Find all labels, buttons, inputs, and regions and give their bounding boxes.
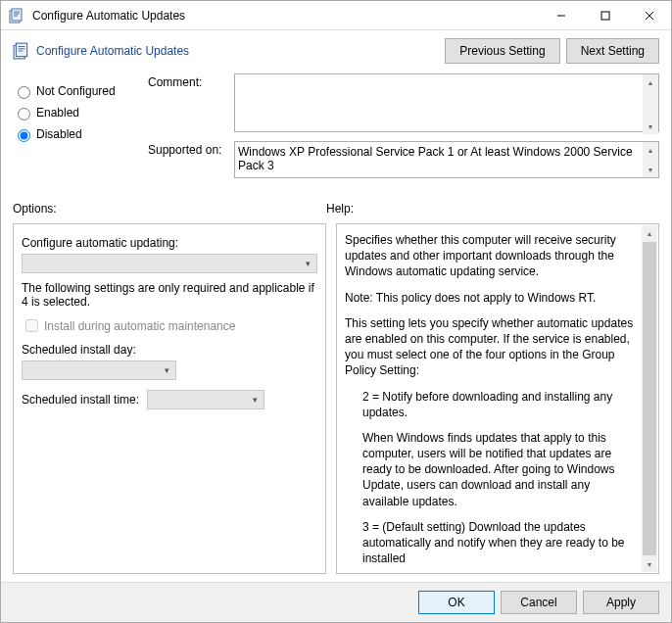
install-maintenance-checkbox[interactable]: Install during automatic maintenance bbox=[22, 316, 317, 335]
scheduled-day-label: Scheduled install day: bbox=[22, 343, 317, 357]
scheduled-time-select[interactable]: ▾ bbox=[147, 390, 264, 409]
radio-enabled[interactable]: Enabled bbox=[13, 105, 140, 120]
section-labels: Options: Help: bbox=[1, 196, 671, 219]
options-panel: Configure automatic updating: ▾ The foll… bbox=[13, 223, 326, 574]
checkbox-label: Install during automatic maintenance bbox=[44, 319, 235, 333]
radio-not-configured-input[interactable] bbox=[18, 86, 30, 99]
radio-disabled[interactable]: Disabled bbox=[13, 126, 140, 142]
close-button[interactable] bbox=[627, 1, 671, 30]
chevron-down-icon: ▾ bbox=[299, 259, 316, 268]
options-label: Options: bbox=[13, 202, 326, 216]
chevron-down-icon: ▾ bbox=[158, 365, 175, 375]
dialog-footer: OK Cancel Apply bbox=[1, 582, 671, 622]
configure-updating-select[interactable]: ▾ bbox=[22, 254, 317, 273]
apply-button[interactable]: Apply bbox=[583, 591, 659, 614]
titlebar: Configure Automatic Updates bbox=[1, 1, 671, 30]
help-text: Note: This policy does not apply to Wind… bbox=[345, 290, 637, 306]
previous-setting-button[interactable]: Previous Setting bbox=[445, 38, 559, 64]
help-label: Help: bbox=[326, 202, 354, 216]
policy-icon bbox=[13, 42, 30, 60]
help-panel: Specifies whether this computer will rec… bbox=[336, 223, 659, 574]
scroll-up-icon[interactable]: ▴ bbox=[642, 225, 657, 241]
help-text: 2 = Notify before downloading and instal… bbox=[345, 389, 637, 420]
help-text: When Windows finds updates that apply to… bbox=[345, 430, 637, 509]
scroll-down-icon[interactable]: ▾ bbox=[642, 556, 657, 572]
scroll-down-icon[interactable]: ▾ bbox=[643, 162, 658, 177]
install-maintenance-input[interactable] bbox=[25, 319, 38, 332]
help-text: This setting lets you specify whether au… bbox=[345, 315, 637, 379]
radio-not-configured[interactable]: Not Configured bbox=[13, 83, 140, 99]
svg-rect-1 bbox=[12, 9, 22, 21]
supported-on-label: Supported on: bbox=[148, 141, 226, 157]
scroll-up-icon[interactable]: ▴ bbox=[643, 74, 658, 90]
scheduled-time-label: Scheduled install time: bbox=[22, 393, 139, 407]
chevron-down-icon: ▾ bbox=[246, 395, 264, 405]
policy-state-form: Not Configured Enabled Disabled Comment:… bbox=[1, 68, 671, 196]
svg-rect-7 bbox=[16, 43, 26, 57]
radio-label: Disabled bbox=[36, 127, 82, 141]
minimize-button[interactable] bbox=[539, 1, 583, 30]
window-title: Configure Automatic Updates bbox=[32, 9, 539, 23]
radio-label: Enabled bbox=[36, 106, 79, 120]
radio-label: Not Configured bbox=[36, 84, 116, 98]
cancel-button[interactable]: Cancel bbox=[501, 591, 577, 614]
svg-rect-3 bbox=[601, 12, 609, 20]
ok-button[interactable]: OK bbox=[418, 591, 495, 614]
scrollbar[interactable]: ▴▾ bbox=[643, 142, 658, 177]
policy-title: Configure Automatic Updates bbox=[36, 44, 439, 58]
comment-label: Comment: bbox=[148, 73, 226, 89]
comment-textarea[interactable] bbox=[234, 73, 659, 132]
configure-updating-label: Configure automatic updating: bbox=[22, 236, 317, 250]
supported-on-text: Windows XP Professional Service Pack 1 o… bbox=[234, 141, 659, 178]
app-icon bbox=[9, 8, 24, 24]
scroll-up-icon[interactable]: ▴ bbox=[643, 142, 658, 158]
state-radio-group: Not Configured Enabled Disabled bbox=[13, 73, 140, 148]
options-note: The following settings are only required… bbox=[22, 281, 317, 309]
radio-disabled-input[interactable] bbox=[18, 129, 30, 142]
radio-enabled-input[interactable] bbox=[18, 108, 30, 120]
panels: Configure automatic updating: ▾ The foll… bbox=[1, 219, 671, 582]
scrollbar[interactable]: ▴▾ bbox=[642, 225, 657, 572]
next-setting-button[interactable]: Next Setting bbox=[566, 38, 659, 64]
help-text: Specifies whether this computer will rec… bbox=[345, 232, 637, 280]
scrollbar[interactable]: ▴▾ bbox=[643, 74, 658, 134]
help-text: 3 = (Default setting) Download the updat… bbox=[345, 519, 637, 567]
scroll-down-icon[interactable]: ▾ bbox=[643, 119, 658, 134]
header: Configure Automatic Updates Previous Set… bbox=[1, 30, 671, 68]
maximize-button[interactable] bbox=[583, 1, 627, 30]
scheduled-day-select[interactable]: ▾ bbox=[22, 360, 176, 380]
